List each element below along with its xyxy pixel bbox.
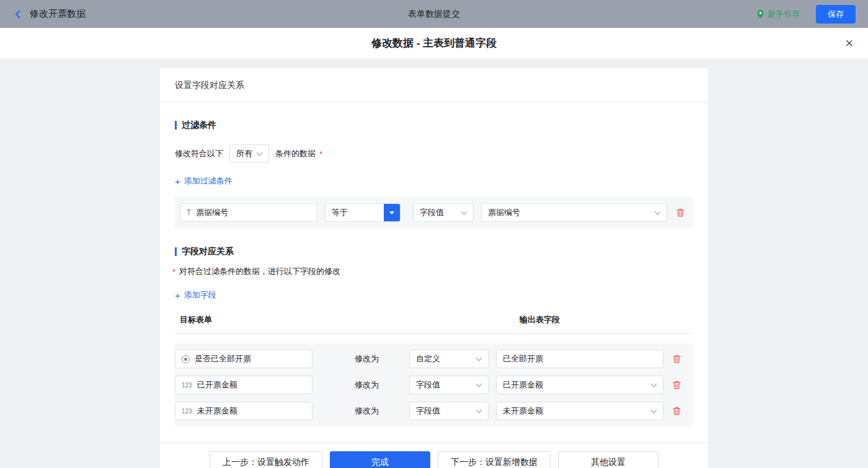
modify-as-label: 修改为: [355, 379, 387, 391]
mapping-row: 是否已全部开票 修改为 自定义 已全部开票: [175, 350, 693, 368]
modify-mode-select[interactable]: 自定义: [409, 350, 489, 368]
target-field-select[interactable]: 是否已全部开票: [175, 350, 312, 368]
chevron-down-icon: [476, 407, 482, 413]
settings-card: 设置字段对应关系 过滤条件 修改符合以下 所有 条件的数据 * + 添加过滤条件…: [160, 68, 708, 468]
done-button[interactable]: 完成: [330, 451, 430, 468]
mapping-section-title: 字段对应关系: [175, 246, 693, 257]
operator-dropdown-button[interactable]: [384, 204, 400, 221]
target-field-select[interactable]: 123 未开票金额: [175, 402, 312, 420]
delete-condition-button[interactable]: [676, 208, 685, 218]
location-pin-icon: [756, 9, 764, 19]
number-field-type-icon: 123: [182, 382, 192, 389]
chevron-left-icon: [12, 9, 24, 20]
plus-icon: +: [175, 291, 180, 300]
trash-icon: [672, 354, 681, 364]
page-title: 修改开票数据: [30, 8, 86, 20]
chevron-down-icon: [257, 150, 263, 156]
chevron-down-icon: [461, 209, 467, 215]
value-type-select[interactable]: 字段值: [413, 203, 474, 222]
save-button[interactable]: 保存: [816, 5, 856, 24]
match-prefix-label: 修改符合以下: [175, 148, 223, 159]
match-mode-select[interactable]: 所有: [229, 144, 269, 163]
chevron-down-icon: [655, 209, 661, 215]
chevron-down-icon: [476, 355, 482, 361]
delete-field-button[interactable]: [672, 406, 681, 416]
chevron-down-icon: [651, 407, 657, 413]
beginner-guide-label: 新手引导: [768, 9, 800, 20]
required-asterisk: *: [172, 267, 175, 276]
output-field-select[interactable]: 未开票金额: [496, 402, 663, 420]
mapping-columns-header: 目标表单 输出表字段: [175, 314, 693, 333]
modal-title: 修改数据 - 主表到普通字段: [371, 36, 497, 50]
section-accent-bar: [175, 247, 177, 256]
add-filter-condition-link[interactable]: + 添加过滤条件: [175, 175, 232, 187]
number-field-type-icon: 123: [182, 408, 192, 415]
modify-as-label: 修改为: [355, 405, 387, 417]
previous-step-button[interactable]: 上一步：设置触发动作: [210, 451, 322, 468]
match-suffix-label: 条件的数据: [275, 148, 316, 159]
target-field-select[interactable]: 123 已开票金额: [175, 376, 312, 394]
chevron-down-icon: [651, 381, 657, 387]
column-target-form: 目标表单: [180, 314, 520, 325]
radio-field-type-icon: [182, 355, 190, 363]
mapping-row: 123 已开票金额 修改为 字段值 已开票金额: [175, 376, 693, 394]
plus-icon: +: [175, 177, 180, 186]
mapping-description: * 对符合过滤条件的数据，进行以下字段的修改: [175, 266, 693, 277]
trash-icon: [676, 208, 685, 218]
modal-header: 修改数据 - 主表到普通字段 ×: [0, 28, 868, 59]
trash-icon: [672, 406, 681, 416]
close-icon[interactable]: ×: [845, 37, 853, 50]
custom-value-input[interactable]: 已全部开票: [496, 350, 663, 368]
output-field-select[interactable]: 已开票金额: [496, 376, 663, 394]
delete-field-button[interactable]: [672, 354, 681, 364]
other-settings-button[interactable]: 其他设置: [558, 451, 658, 468]
trash-icon: [672, 380, 681, 390]
modify-mode-select[interactable]: 字段值: [409, 376, 489, 394]
add-field-link[interactable]: + 添加字段: [175, 289, 216, 301]
filter-condition-row: T 票据编号 等于 字段值 票据编号: [180, 203, 688, 222]
window-title: 表单数据提交: [0, 9, 868, 20]
filter-field-select[interactable]: T 票据编号: [180, 203, 317, 222]
next-step-button[interactable]: 下一步：设置新增数据: [438, 451, 551, 468]
modify-as-label: 修改为: [355, 353, 387, 364]
delete-field-button[interactable]: [672, 380, 681, 390]
value-field-select[interactable]: 票据编号: [481, 203, 667, 222]
mapping-row: 123 未开票金额 修改为 字段值 未开票金额: [175, 402, 693, 420]
filter-section-title: 过滤条件: [175, 120, 693, 131]
card-footer: 上一步：设置触发动作 完成 下一步：设置新增数据 其他设置: [160, 443, 708, 468]
filter-match-row: 修改符合以下 所有 条件的数据 *: [175, 144, 693, 163]
text-field-type-icon: T: [187, 208, 191, 217]
chevron-down-icon: [476, 381, 482, 387]
column-output-fields: 输出表字段: [520, 314, 560, 325]
modal-body: 设置字段对应关系 过滤条件 修改符合以下 所有 条件的数据 * + 添加过滤条件…: [0, 59, 868, 468]
card-header: 设置字段对应关系: [160, 68, 708, 102]
mapping-rows-panel: 是否已全部开票 修改为 自定义 已全部开票 123 已开票金额 修改为: [175, 343, 693, 426]
back-button[interactable]: [12, 9, 24, 20]
section-accent-bar: [175, 121, 177, 130]
beginner-guide-link[interactable]: 新手引导: [756, 9, 800, 20]
triangle-down-icon: [389, 211, 394, 214]
top-bar: 修改开票数据 表单数据提交 新手引导 保存: [0, 0, 868, 28]
required-asterisk: *: [319, 149, 322, 159]
modify-mode-select[interactable]: 字段值: [409, 402, 489, 420]
filter-conditions-panel: T 票据编号 等于 字段值 票据编号: [175, 196, 693, 229]
operator-select[interactable]: 等于: [325, 203, 401, 222]
